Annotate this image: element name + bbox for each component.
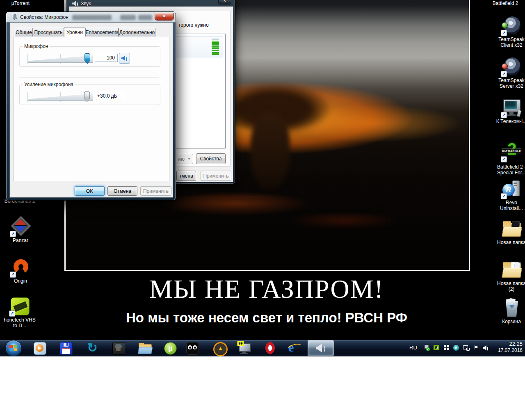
taskbar-windows-media-player[interactable]: ▶ [33, 342, 47, 355]
tray-volume-icon[interactable] [482, 345, 489, 351]
desktop-icon-honetech-vhs[interactable]: ↗ honetech VHS to D... [1, 296, 39, 329]
close-icon[interactable]: ✕ [155, 13, 174, 21]
speaker-icon [483, 345, 488, 350]
close-icon[interactable]: ✕ [218, 0, 231, 5]
tab-enhancements[interactable]: Enhancements [85, 28, 119, 37]
set-default-split-button[interactable]: ию ▼ [176, 154, 193, 164]
teamspeak-server-icon: ↗ [502, 57, 521, 76]
wallpaper-subtitle: Но мы тоже несем свет и тепло! РВСН РФ [64, 310, 469, 326]
desktop-icon-origin[interactable]: ↗ Origin [1, 257, 40, 284]
tab-listen[interactable]: Прослушать [33, 28, 64, 37]
tray-network-icon[interactable] [463, 345, 470, 351]
shortcut-arrow-icon: ↗ [501, 112, 507, 118]
tray-clock[interactable]: 22:25 17.07.2016 [494, 341, 523, 354]
desktop-icon-new-folder-2[interactable]: Новая папка (2) [492, 260, 525, 292]
mute-toggle-button[interactable] [119, 53, 130, 64]
folder-icon [502, 219, 521, 238]
revo-uninstaller-icon: R ↗ [502, 179, 521, 199]
set-default-label-fragment: ию [178, 156, 185, 162]
taskbar-explorer[interactable] [138, 342, 152, 355]
desktop-icon-label: TeamSpeak Client x32 [495, 37, 525, 48]
desktop-icon-label: Battlefield 2 [486, 0, 525, 6]
tray-safely-remove-icon[interactable]: ✓ [423, 345, 430, 351]
apply-button[interactable]: Применить [140, 186, 171, 196]
desktop-icon-k-telecom[interactable]: ↗ К Телеком-I... [492, 98, 525, 124]
desktop-icon-revo-uninstaller[interactable]: R ↗ Revo Uninstall... [492, 179, 525, 211]
description-text-fragment: торого нужно [178, 22, 209, 28]
taskbar-updater-app[interactable]: ↻ [85, 342, 99, 355]
tab-advanced[interactable]: Дополнительно [119, 28, 155, 37]
microphone-icon [11, 14, 18, 20]
cancel-button[interactable]: Отмена [107, 186, 137, 196]
desktop-icon-battlefield-2[interactable]: Battlefield 2 [486, 0, 525, 6]
desktop-icon-label: К Телеком-I... [494, 119, 525, 124]
language-indicator[interactable]: RU [409, 345, 417, 351]
shortcut-arrow-icon: ↗ [501, 193, 507, 199]
battlefield-wordmark: BATTLEFIELD [502, 148, 521, 153]
level-meter [212, 39, 219, 55]
speaker-icon [121, 56, 128, 61]
sound-window-titlebar[interactable]: Звук [66, 0, 235, 5]
mic-level-slider-base [27, 62, 93, 63]
taskbar-utorrent[interactable]: µ [163, 342, 177, 355]
apply-button[interactable]: Применить [201, 171, 231, 181]
tray-nvidia-icon[interactable] [433, 345, 440, 351]
desktop-icon-recycle-bin[interactable]: Корзина [492, 298, 525, 324]
glass-blur-artifact [138, 15, 152, 20]
glass-blur-artifact [120, 15, 136, 20]
refresh-icon: ↻ [87, 341, 97, 354]
vhs-cassette-icon: ↗ [10, 296, 30, 316]
taskbar-system-monitor[interactable]: 99 [237, 342, 251, 355]
tab-general[interactable]: Общие [15, 28, 33, 37]
shortcut-arrow-icon: ↗ [501, 156, 507, 162]
properties-button[interactable]: Свойства [196, 153, 226, 164]
taskbar-game-soldier-app[interactable] [112, 342, 126, 355]
desktop-icon-label: TeamSpeak Server x32 [495, 78, 525, 89]
desktop: МЫ НЕ ГАЗПРОМ! Но мы тоже несем свет и т… [0, 0, 525, 356]
shortcut-arrow-icon: ↗ [9, 310, 15, 317]
cancel-button-clipped[interactable]: тмена [176, 171, 196, 181]
ok-button[interactable]: OK [75, 186, 105, 196]
tab-levels[interactable]: Уровни [64, 27, 85, 37]
taskbar-opera[interactable] [263, 342, 277, 355]
sound-window-title: Звук [81, 1, 91, 7]
desktop-icon-new-folder[interactable]: Новая папка [492, 219, 525, 245]
check-icon: ✓ [426, 347, 430, 351]
water-silhouette [66, 198, 469, 270]
mic-window-titlebar[interactable]: Свойства: Микрофон [6, 12, 176, 22]
speaker-icon [316, 344, 326, 353]
split-divider [186, 156, 186, 162]
desktop-icon-utorrent[interactable]: µTorrent [1, 0, 40, 6]
taskbar-active-task-sound[interactable] [308, 340, 334, 356]
desktop-icon-teamspeak-server[interactable]: ↗ TeamSpeak Server x32 [492, 57, 525, 89]
battlefield-2-logo-icon: 2 BATTLEFIELD ↗ [502, 142, 521, 162]
desktop-icon-battlefield-2-special-forces[interactable]: 2 BATTLEFIELD ↗ Battlefield 2 - Special … [492, 142, 525, 176]
taskbar-floppy-save-app[interactable] [59, 342, 73, 355]
daemon-triangle-icon: ▲ [213, 342, 228, 356]
taskbar-daemon-tools[interactable]: ▲ [212, 342, 226, 355]
desktop-icon-teamspeak-client[interactable]: ↗ TeamSpeak Client x32 [492, 16, 525, 48]
mic-window-title: Свойства: Микрофон [20, 14, 68, 20]
tray-eset-icon[interactable]: e [453, 345, 460, 351]
chevron-down-icon: ▼ [187, 157, 191, 161]
clock-date: 17.07.2016 [494, 347, 523, 354]
taskbar-eyes-app[interactable] [185, 342, 199, 355]
shortcut-arrow-icon: ↗ [501, 30, 507, 36]
desktop-icon-label: Panzar [1, 237, 40, 243]
desktop-icon-label: Новая папка [493, 240, 525, 245]
tray-action-center-flag-icon[interactable]: ⚑ [472, 345, 479, 351]
desktop-icon-panzar[interactable]: ↗ Panzar [1, 217, 40, 243]
separator [19, 77, 159, 78]
recycle-bin-icon [502, 298, 521, 317]
desktop-icon-label: Battlefield 2 - Special For... [493, 164, 525, 176]
wallpaper-title: МЫ НЕ ГАЗПРОМ! [64, 274, 469, 304]
desktop-icon-label: honetech VHS to D... [2, 317, 37, 329]
windows-logo-icon [9, 345, 18, 352]
mu-glyph: µ [164, 342, 177, 355]
taskbar-internet-explorer[interactable]: e [287, 342, 301, 355]
screen: МЫ НЕ ГАЗПРОМ! Но мы тоже несем свет и т… [0, 0, 525, 420]
eset-e-glyph: e [453, 345, 459, 351]
tray-windows-squares-icon[interactable] [444, 345, 451, 352]
start-button[interactable] [5, 340, 22, 356]
desktop-icon-label: Revo Uninstall... [495, 200, 525, 211]
